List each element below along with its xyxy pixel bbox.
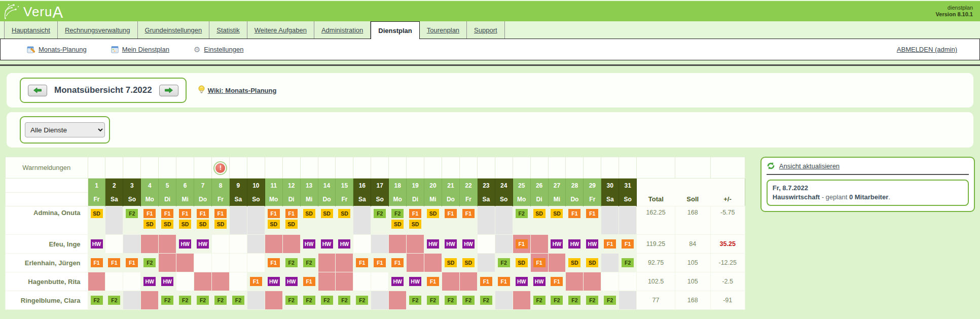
shift-cell[interactable] (247, 254, 265, 272)
shift-cell[interactable]: F1 (619, 235, 637, 254)
shift-cell[interactable]: F2 (530, 291, 548, 310)
shift-cell[interactable] (105, 206, 123, 235)
shift-cell[interactable] (407, 235, 424, 254)
shift-cell[interactable]: HW (336, 235, 353, 254)
shift-cell[interactable] (123, 272, 141, 291)
shift-cell[interactable]: HW (530, 272, 548, 291)
shift-cell[interactable]: F1 (459, 206, 477, 235)
shift-cell[interactable] (141, 291, 159, 310)
shift-cell[interactable] (105, 272, 123, 291)
shift-cell[interactable] (336, 254, 353, 272)
shift-cell[interactable] (247, 206, 265, 235)
shift-cell[interactable]: HW (566, 235, 584, 254)
shift-cell[interactable] (477, 235, 495, 254)
monats-planung-link[interactable]: Monats-Planung (27, 46, 87, 53)
shift-cell[interactable] (247, 291, 265, 310)
shift-cell[interactable]: HW (424, 235, 442, 254)
prev-month-button[interactable] (28, 85, 47, 96)
shift-cell[interactable]: SD (88, 206, 105, 235)
shift-cell[interactable]: HW (282, 272, 300, 291)
shift-cell[interactable] (88, 272, 105, 291)
shift-cell[interactable] (265, 235, 282, 254)
shift-cell[interactable]: F2 (548, 291, 566, 310)
shift-cell[interactable]: F1 (442, 206, 460, 235)
tab-weitere-aufgaben[interactable]: Weitere Aufgaben (247, 21, 314, 39)
shift-cell[interactable]: HW (584, 235, 601, 254)
shift-cell[interactable]: F1 (265, 254, 282, 272)
shift-cell[interactable]: HW (159, 272, 176, 291)
shift-cell[interactable]: F2 (282, 291, 300, 310)
shift-cell[interactable]: SD (318, 206, 336, 235)
shift-cell[interactable] (619, 206, 637, 235)
tab-tourenplan[interactable]: Tourenplan (420, 21, 467, 39)
shift-cell[interactable]: HW (389, 272, 407, 291)
shift-cell[interactable] (353, 235, 371, 254)
shift-cell[interactable]: F1 (584, 206, 601, 235)
dienst-filter-select[interactable]: Alle Dienste (25, 122, 105, 137)
shift-cell[interactable] (601, 272, 619, 291)
shift-cell[interactable]: SD (513, 254, 530, 272)
shift-cell[interactable]: HW (459, 235, 477, 254)
shift-cell[interactable]: F2 (407, 291, 424, 310)
shift-cell[interactable]: F1SD (159, 206, 176, 235)
shift-cell[interactable] (407, 254, 424, 272)
shift-cell[interactable] (566, 272, 584, 291)
shift-cell[interactable] (336, 272, 353, 291)
shift-cell[interactable]: F2 (318, 291, 336, 310)
shift-cell[interactable] (318, 254, 336, 272)
shift-cell[interactable]: F2 (566, 291, 584, 310)
shift-cell[interactable]: F2 (300, 291, 318, 310)
shift-cell[interactable]: F1SD (407, 206, 424, 235)
shift-cell[interactable] (318, 272, 336, 291)
shift-cell[interactable] (584, 272, 601, 291)
shift-cell[interactable] (477, 254, 495, 272)
tab-rechnungsverwaltung[interactable]: Rechnungsverwaltung (58, 21, 138, 39)
shift-cell[interactable]: F2 (371, 206, 389, 235)
shift-cell[interactable] (353, 272, 371, 291)
refresh-link[interactable]: Ansicht aktualisieren (779, 162, 840, 170)
shift-cell[interactable] (530, 235, 548, 254)
shift-cell[interactable] (247, 235, 265, 254)
shift-cell[interactable] (371, 235, 389, 254)
shift-cell[interactable]: F1 (300, 272, 318, 291)
shift-cell[interactable] (353, 206, 371, 235)
shift-cell[interactable]: HW (513, 272, 530, 291)
tab-grundeinstellungen[interactable]: Grundeinstellungen (138, 21, 210, 39)
tab-hauptansicht[interactable]: Hauptansicht (4, 21, 58, 39)
shift-cell[interactable]: HW (318, 235, 336, 254)
shift-cell[interactable]: F1 (389, 254, 407, 272)
shift-cell[interactable]: F2 (353, 291, 371, 310)
shift-cell[interactable]: F2 (229, 291, 247, 310)
shift-cell[interactable]: F1SD (176, 206, 194, 235)
shift-cell[interactable] (123, 291, 141, 310)
shift-cell[interactable] (442, 272, 460, 291)
wiki-link[interactable]: Wiki: Monats-Planung (208, 87, 277, 94)
tab-dienstplan[interactable]: Dienstplan (371, 21, 419, 39)
shift-cell[interactable]: HW (176, 235, 194, 254)
shift-cell[interactable]: F1SD (141, 206, 159, 235)
shift-cell[interactable]: F1 (513, 235, 530, 254)
shift-cell[interactable]: F1 (105, 254, 123, 272)
mein-dienstplan-link[interactable]: Mein Dienstplan (111, 46, 169, 53)
shift-cell[interactable] (601, 254, 619, 272)
shift-cell[interactable] (141, 235, 159, 254)
shift-cell[interactable]: F2 (159, 291, 176, 310)
shift-cell[interactable]: F1SD (282, 206, 300, 235)
shift-cell[interactable]: F2 (123, 206, 141, 235)
shift-cell[interactable]: F2 (459, 291, 477, 310)
shift-cell[interactable] (229, 206, 247, 235)
shift-cell[interactable]: F2 (282, 254, 300, 272)
shift-cell[interactable] (601, 206, 619, 235)
shift-cell[interactable]: F2 (442, 291, 460, 310)
shift-cell[interactable]: SD (584, 254, 601, 272)
shift-cell[interactable]: F2 (477, 291, 495, 310)
shift-cell[interactable] (371, 291, 389, 310)
shift-cell[interactable]: F2 (176, 291, 194, 310)
shift-cell[interactable] (619, 291, 637, 310)
tab-statistik[interactable]: Statistik (209, 21, 247, 39)
shift-cell[interactable]: SD (424, 206, 442, 235)
shift-cell[interactable]: F1SD (265, 206, 282, 235)
shift-cell[interactable] (229, 254, 247, 272)
shift-cell[interactable]: F2 (212, 291, 230, 310)
shift-cell[interactable]: F2 (424, 291, 442, 310)
